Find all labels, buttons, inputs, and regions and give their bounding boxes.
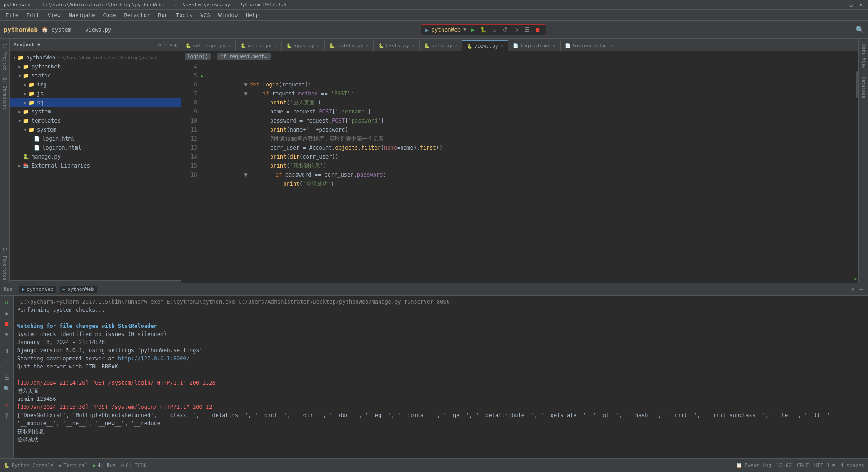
event-log-item[interactable]: 📋 Event Log <box>736 463 771 468</box>
scrollbar-area[interactable]: ▶ <box>853 62 858 283</box>
run-scroll-button[interactable]: ⇩ <box>2 357 11 366</box>
tree-root-pythonweb[interactable]: ▼ 📁 pythonWeb C:\Users\Administrator\Des… <box>10 53 181 62</box>
tab-tests-py[interactable]: 🐍 tests.py ✕ <box>374 40 420 51</box>
coverage-button[interactable]: ☑ <box>491 26 499 34</box>
run-close-button[interactable]: ✕ <box>2 400 11 409</box>
run-list-button[interactable]: ☰ <box>2 373 11 382</box>
menu-navigate[interactable]: Navigate <box>65 11 99 19</box>
scrollbar-thumb[interactable] <box>856 71 858 98</box>
profile-button[interactable]: ⏱ <box>502 26 510 34</box>
js-label: js <box>37 91 43 97</box>
fold-arrow-6[interactable]: ▼ <box>244 89 249 98</box>
run-filter-button[interactable]: 🔍 <box>2 384 11 393</box>
bottom-tab-pythonweb-2[interactable]: ▶ pythonWeb <box>60 286 97 293</box>
tab-login-html-close[interactable]: ✕ <box>553 43 556 48</box>
server-link[interactable]: http://127.0.0.1:8000/ <box>118 355 190 362</box>
tree-item-system[interactable]: ▶ 📁 system <box>10 107 181 116</box>
build-button[interactable]: ⚙ <box>512 26 520 34</box>
tab-models-py[interactable]: 🐍 models.py ✕ <box>325 40 374 51</box>
editor-nav-login[interactable]: login() <box>185 53 211 60</box>
tree-item-templates[interactable]: ▼ 📁 templates <box>10 116 181 125</box>
close-button[interactable]: ✕ <box>858 2 864 8</box>
sidebar-tab-structure[interactable]: 2: Structure <box>1 75 8 113</box>
search-icon[interactable]: 🔍 <box>855 25 864 34</box>
fold-arrow-15[interactable]: ▼ <box>244 170 249 179</box>
stop-button[interactable]: ■ <box>534 26 542 34</box>
tree-item-sql[interactable]: ▶ 📁 sql <box>10 98 181 107</box>
menu-refactor[interactable]: Refactor <box>120 11 154 19</box>
tab-loginon-html-close[interactable]: ✕ <box>610 43 613 48</box>
menu-tools[interactable]: Tools <box>172 11 196 19</box>
run-restart-button[interactable]: ↺ <box>2 298 11 307</box>
tree-item-login-html[interactable]: ▶ 📄 login.html <box>10 134 181 143</box>
tab-login-html[interactable]: 📄 login.html ✕ <box>508 40 560 51</box>
run-down-button[interactable]: ▼ <box>2 330 11 339</box>
run-item[interactable]: ▶ 4: Run <box>93 463 115 468</box>
tree-item-pythonweb-child[interactable]: ▶ 📁 pythonWeb <box>10 62 181 71</box>
run-panel-minimize[interactable]: ─ <box>858 286 864 293</box>
tree-item-manage-py[interactable]: ▶ 🐍 manage.py <box>10 152 181 161</box>
ext-libs-icon: 📚 <box>23 162 30 169</box>
minimize-button[interactable]: ─ <box>837 2 844 8</box>
run-up-button[interactable]: ▲ <box>2 309 11 318</box>
toolbar-more1[interactable]: ☰ <box>523 26 531 34</box>
tab-apps-py-close[interactable]: ✕ <box>317 43 320 48</box>
run-no-issues: System check identified no issues (0 sil… <box>17 330 864 338</box>
sidebar-tab-project[interactable]: 1: Project <box>1 41 8 73</box>
tree-item-img[interactable]: ▶ 📁 img <box>10 80 181 89</box>
sidebar-right-data-view[interactable]: Data View <box>859 41 867 72</box>
run-sys-checks: Performing system checks... <box>17 306 864 314</box>
terminal-item[interactable]: ▶ Terminal <box>59 463 88 468</box>
sidebar-tab-favorites[interactable]: 2: Favorites <box>1 245 8 283</box>
editor-nav-if[interactable]: if request.meth… <box>217 53 271 60</box>
tab-loginon-html[interactable]: 📄 loginon.html ✕ <box>561 40 619 51</box>
menu-code[interactable]: Code <box>99 11 120 19</box>
tree-item-ext-libs[interactable]: ▶ 📚 External Libraries <box>10 161 181 170</box>
toolbar-views-label: views.py <box>85 27 111 33</box>
sidebar-right-database[interactable]: Database <box>859 73 867 102</box>
code-content[interactable]: ▼def login(request): ▼ if request.method… <box>208 62 853 283</box>
run-stop-button[interactable]: ■ <box>2 319 11 328</box>
menu-vcs[interactable]: VCS <box>197 11 214 19</box>
menu-run[interactable]: Run <box>154 11 172 19</box>
menu-window[interactable]: Window <box>215 11 241 19</box>
run-dropdown-icon[interactable]: ▼ <box>463 27 466 32</box>
run-button[interactable]: ▶ <box>469 26 477 34</box>
panel-gear-icon[interactable]: ⚙ <box>158 42 161 48</box>
tab-settings-py-close[interactable]: ✕ <box>228 43 231 48</box>
bottom-tab-pythonweb-1[interactable]: ▶ pythonWeb <box>19 286 56 293</box>
tree-item-js[interactable]: ▶ 📁 js <box>10 89 181 98</box>
menu-help[interactable]: Help <box>242 11 262 19</box>
menu-view[interactable]: View <box>44 11 64 19</box>
panel-filter-icon[interactable]: ☰ <box>163 42 167 48</box>
menu-file[interactable]: File <box>2 11 22 19</box>
tab-admin-py-close[interactable]: ✕ <box>274 43 277 48</box>
panel-collapse-icon[interactable]: ▲ <box>174 42 177 48</box>
todo-item[interactable]: ☑ 6: TODO <box>121 463 147 468</box>
run-help-button[interactable]: ? <box>2 411 11 420</box>
tab-views-py[interactable]: 🐍 views.py ✕ <box>462 40 508 51</box>
tab-tests-py-close[interactable]: ✕ <box>412 43 415 48</box>
tab-settings-py[interactable]: 🐍 settings.py ✕ <box>181 40 236 51</box>
debug-button[interactable]: 🐛 <box>480 26 488 34</box>
tab-apps-py[interactable]: 🐍 apps.py ✕ <box>282 40 325 51</box>
menu-edit[interactable]: Edit <box>23 11 43 19</box>
tab-views-py-close[interactable]: ✕ <box>501 44 503 49</box>
python-console-item[interactable]: 🐍 Python Console <box>4 463 54 468</box>
tab-admin-py[interactable]: 🐍 admin.py ✕ <box>236 40 282 51</box>
left-sidebar-tabs: 1: Project 2: Structure 2: Favorites <box>0 39 10 283</box>
fold-arrow-5[interactable]: ▼ <box>244 80 249 89</box>
maximize-button[interactable]: □ <box>848 2 854 8</box>
tree-item-templates-system[interactable]: ▼ 📁 system <box>10 125 181 134</box>
tab-urls-py[interactable]: 🐍 urls.py ✕ <box>420 40 462 51</box>
tab-models-py-close[interactable]: ✕ <box>366 43 369 48</box>
code-line-4 <box>212 62 849 71</box>
tabs-bar: 🐍 settings.py ✕ 🐍 admin.py ✕ 🐍 apps.py ✕… <box>181 39 858 51</box>
tree-item-loginon-html[interactable]: ▶ 📄 loginon.html <box>10 143 181 152</box>
run-pause-button[interactable]: ⏸ <box>2 346 11 355</box>
tab-urls-py-close[interactable]: ✕ <box>455 43 457 48</box>
root-folder-icon: 📁 <box>17 54 24 61</box>
panel-settings-icon[interactable]: ⚙ <box>169 42 172 48</box>
tree-item-static[interactable]: ▼ 📁 static <box>10 71 181 80</box>
run-panel-settings[interactable]: ⚙ <box>850 286 856 293</box>
